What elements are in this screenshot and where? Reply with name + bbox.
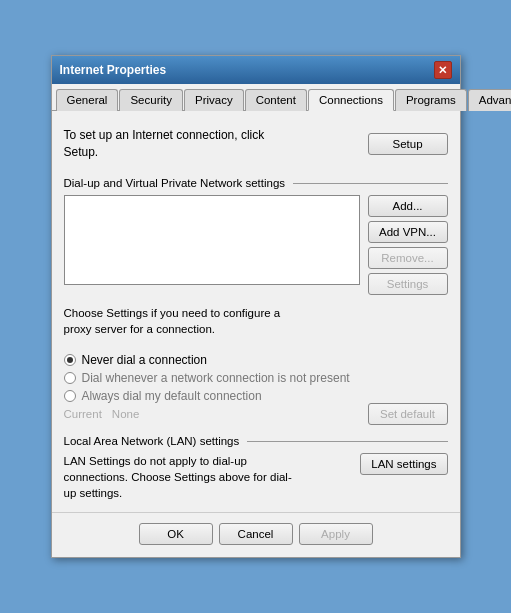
apply-button[interactable]: Apply: [299, 523, 373, 545]
current-label: Current: [64, 408, 102, 420]
lan-row: LAN Settings do not apply to dial-up con…: [64, 453, 448, 501]
setup-button[interactable]: Setup: [368, 133, 448, 155]
tab-security[interactable]: Security: [119, 89, 183, 111]
current-row: Current None Set default: [64, 403, 448, 425]
tabs-bar: General Security Privacy Content Connect…: [52, 84, 460, 111]
vpn-buttons: Add... Add VPN... Remove... Settings: [368, 195, 448, 295]
title-bar: Internet Properties ✕: [52, 56, 460, 84]
close-button[interactable]: ✕: [434, 61, 452, 79]
ok-button[interactable]: OK: [139, 523, 213, 545]
tab-privacy[interactable]: Privacy: [184, 89, 244, 111]
lan-section-label: Local Area Network (LAN) settings: [64, 435, 448, 447]
remove-button[interactable]: Remove...: [368, 247, 448, 269]
radio-never-dial[interactable]: Never dial a connection: [64, 353, 448, 367]
set-default-button[interactable]: Set default: [368, 403, 448, 425]
current-value: None: [112, 408, 140, 420]
radio-label-whenever: Dial whenever a network connection is no…: [82, 371, 350, 385]
radio-always-dial[interactable]: Always dial my default connection: [64, 389, 448, 403]
settings-button[interactable]: Settings: [368, 273, 448, 295]
tab-content-area: To set up an Internet connection, click …: [52, 111, 460, 511]
radio-circle-always: [64, 390, 76, 402]
tab-advanced[interactable]: Advanced: [468, 89, 511, 111]
proxy-row: Choose Settings if you need to configure…: [64, 305, 448, 345]
setup-description: To set up an Internet connection, click …: [64, 127, 294, 161]
vpn-section: Dial-up and Virtual Private Network sett…: [64, 177, 448, 295]
lan-section: Local Area Network (LAN) settings LAN Se…: [64, 435, 448, 501]
internet-properties-window: Internet Properties ✕ General Security P…: [51, 55, 461, 557]
radio-circle-whenever: [64, 372, 76, 384]
tab-general[interactable]: General: [56, 89, 119, 111]
vpn-section-label: Dial-up and Virtual Private Network sett…: [64, 177, 448, 189]
footer-buttons: OK Cancel Apply: [52, 512, 460, 557]
tab-content[interactable]: Content: [245, 89, 307, 111]
lan-settings-button[interactable]: LAN settings: [360, 453, 447, 475]
proxy-description: Choose Settings if you need to configure…: [64, 305, 304, 337]
vpn-list-box[interactable]: [64, 195, 360, 285]
window-title: Internet Properties: [60, 63, 167, 77]
setup-row: To set up an Internet connection, click …: [64, 123, 448, 165]
cancel-button[interactable]: Cancel: [219, 523, 293, 545]
radio-label-always: Always dial my default connection: [82, 389, 262, 403]
radio-group: Never dial a connection Dial whenever a …: [64, 353, 448, 403]
radio-dial-whenever[interactable]: Dial whenever a network connection is no…: [64, 371, 448, 385]
radio-circle-never: [64, 354, 76, 366]
lan-description: LAN Settings do not apply to dial-up con…: [64, 453, 304, 501]
add-vpn-button[interactable]: Add VPN...: [368, 221, 448, 243]
vpn-area: Add... Add VPN... Remove... Settings: [64, 195, 448, 295]
add-button[interactable]: Add...: [368, 195, 448, 217]
radio-label-never: Never dial a connection: [82, 353, 207, 367]
tab-connections[interactable]: Connections: [308, 89, 394, 111]
tab-programs[interactable]: Programs: [395, 89, 467, 111]
